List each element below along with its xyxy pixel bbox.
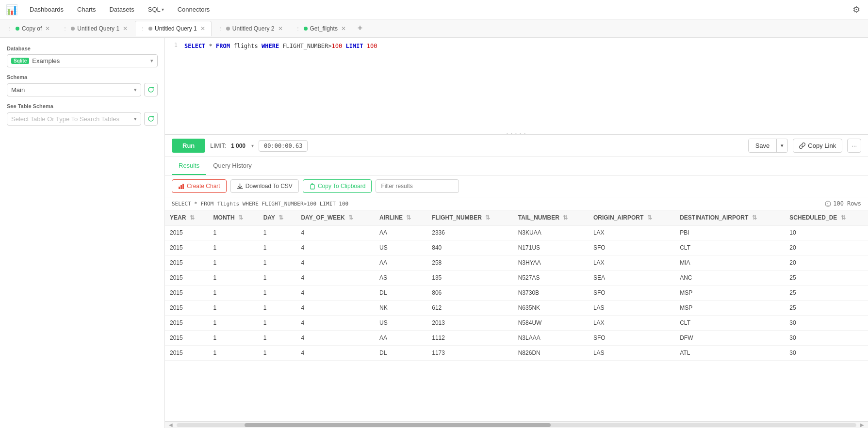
tab-untitled-1b[interactable]: ⋮ Untitled Query 1 ✕ xyxy=(135,21,212,36)
table-cell: 4 xyxy=(296,225,375,240)
col-flight-number[interactable]: FLIGHT_NUMBER ⇅ xyxy=(427,210,513,225)
table-cell: 20 xyxy=(785,240,868,255)
nav-charts[interactable]: Charts xyxy=(71,3,101,16)
tab-close-icon[interactable]: ✕ xyxy=(44,25,51,32)
tab-drag-icon: ⋮ xyxy=(63,26,67,32)
database-caret-icon: ▾ xyxy=(150,58,153,64)
tab-bar: ⋮ Copy of ✕ ⋮ Untitled Query 1 ✕ ⋮ Untit… xyxy=(0,19,868,38)
tab-untitled-2[interactable]: ⋮ Untitled Query 2 ✕ xyxy=(213,21,289,36)
download-csv-button[interactable]: Download To CSV xyxy=(230,179,299,193)
tab-query-history[interactable]: Query History xyxy=(206,157,258,175)
table-cell: 1 xyxy=(209,255,259,270)
filter-results-input[interactable] xyxy=(376,179,459,193)
editor-resize-handle[interactable]: • • • • • xyxy=(165,132,868,134)
line-numbers: 1 xyxy=(165,38,180,52)
col-origin-airport[interactable]: ORIGIN_AIRPORT ⇅ xyxy=(589,210,675,225)
table-refresh-button[interactable] xyxy=(144,112,158,126)
table-cell: N584UW xyxy=(513,316,589,331)
table-cell: 4 xyxy=(296,285,375,301)
editor-toolbar: Run LIMIT: 1 000 ▾ 00:00:00.63 Save ▾ Co… xyxy=(165,135,868,157)
table-schema-row: Select Table Or Type To Search Tables ▾ xyxy=(7,112,158,126)
tab-results[interactable]: Results xyxy=(172,157,206,175)
tab-status-dot xyxy=(148,27,152,31)
create-chart-button[interactable]: Create Chart xyxy=(172,179,227,193)
table-cell: US xyxy=(375,240,427,255)
svg-rect-1 xyxy=(180,185,182,189)
tab-drag-icon: ⋮ xyxy=(295,26,300,32)
scroll-right-arrow[interactable]: ▶ xyxy=(858,422,866,428)
nav-sql-caret: ▾ xyxy=(162,7,164,12)
save-dropdown-button[interactable]: ▾ xyxy=(777,140,787,152)
tab-close-icon[interactable]: ✕ xyxy=(199,25,206,32)
table-cell: 1 xyxy=(259,331,296,346)
col-day-of-week[interactable]: DAY_OF_WEEK ⇅ xyxy=(296,210,375,225)
table-cell: 20 xyxy=(785,255,868,270)
table-cell: 840 xyxy=(427,240,513,255)
limit-value: 1 000 xyxy=(231,143,246,149)
editor-area[interactable]: 1 SELECT * FROM flights WHERE FLIGHT_NUM… xyxy=(165,38,868,135)
col-day[interactable]: DAY ⇅ xyxy=(259,210,296,225)
nav-dashboards[interactable]: Dashboards xyxy=(24,3,69,16)
nav-sql-label: SQL xyxy=(148,6,161,13)
table-cell: 1112 xyxy=(427,331,513,346)
schema-refresh-button[interactable] xyxy=(144,83,158,96)
schema-caret-icon: ▾ xyxy=(134,87,137,93)
table-cell: 10 xyxy=(785,225,868,240)
scroll-left-arrow[interactable]: ◀ xyxy=(167,422,175,428)
table-cell: LAX xyxy=(589,316,675,331)
database-select[interactable]: Sqlite Examples ▾ xyxy=(7,54,158,67)
save-button[interactable]: Save xyxy=(749,139,777,152)
limit-caret-icon[interactable]: ▾ xyxy=(251,143,254,148)
table-cell: 25 xyxy=(785,285,868,301)
table-cell: AA xyxy=(375,255,427,270)
nav-sql[interactable]: SQL ▾ xyxy=(142,3,170,16)
table-cell: 1 xyxy=(209,270,259,285)
table-cell: 2015 xyxy=(165,240,209,255)
app-logo: 📊 xyxy=(6,4,18,16)
sidebar: Database Sqlite Examples ▾ Schema Main ▾… xyxy=(0,38,165,428)
table-cell: 1 xyxy=(259,316,296,331)
col-month[interactable]: MONTH ⇅ xyxy=(209,210,259,225)
results-table-container[interactable]: YEAR ⇅ MONTH ⇅ DAY ⇅ DAY_OF_WEEK ⇅ AIRLI… xyxy=(165,210,868,421)
tab-close-icon[interactable]: ✕ xyxy=(122,25,129,32)
tab-close-icon[interactable]: ✕ xyxy=(277,25,284,32)
table-caret-icon: ▾ xyxy=(134,116,137,122)
schema-select[interactable]: Main ▾ xyxy=(7,83,141,96)
settings-icon[interactable]: ⚙ xyxy=(851,2,862,17)
scroll-thumb[interactable] xyxy=(245,423,550,427)
tab-get-flights[interactable]: ⋮ Get_flights ✕ xyxy=(290,21,352,36)
add-tab-button[interactable]: + xyxy=(353,22,367,35)
tab-close-icon[interactable]: ✕ xyxy=(340,25,347,32)
col-tail-number[interactable]: TAIL_NUMBER ⇅ xyxy=(513,210,589,225)
limit-label: LIMIT: xyxy=(210,143,226,149)
more-options-button[interactable]: ··· xyxy=(847,139,861,153)
table-cell: DL xyxy=(375,285,427,301)
table-cell: 30 xyxy=(785,346,868,361)
table-row: 2015114NK612N635NKLASMSP25 xyxy=(165,301,868,316)
copy-clipboard-button[interactable]: Copy To Clipboard xyxy=(303,179,372,193)
table-cell: 2013 xyxy=(427,316,513,331)
table-cell: NK xyxy=(375,301,427,316)
col-airline[interactable]: AIRLINE ⇅ xyxy=(375,210,427,225)
tab-untitled-1a[interactable]: ⋮ Untitled Query 1 ✕ xyxy=(57,21,134,36)
copy-link-button[interactable]: Copy Link xyxy=(793,139,842,153)
table-cell: 2015 xyxy=(165,225,209,240)
table-cell: PBI xyxy=(675,225,785,240)
run-button[interactable]: Run xyxy=(172,139,205,153)
col-destination-airport[interactable]: DESTINATION_AIRPORT ⇅ xyxy=(675,210,785,225)
table-row: 2015114AA258N3HYAALAXMIA20 xyxy=(165,255,868,270)
scroll-track[interactable] xyxy=(177,423,856,427)
nav-connectors[interactable]: Connectors xyxy=(172,3,215,16)
col-year[interactable]: YEAR ⇅ xyxy=(165,210,209,225)
sql-preview-text: SELECT * FROM flights WHERE FLIGHT_NUMBE… xyxy=(172,201,348,207)
results-tabs: Results Query History xyxy=(165,157,868,175)
editor-code[interactable]: SELECT * FROM flights WHERE FLIGHT_NUMBE… xyxy=(180,38,868,134)
timer-badge: 00:00:00.63 xyxy=(259,140,308,152)
copy-link-label: Copy Link xyxy=(808,142,836,149)
tab-copy-of[interactable]: ⋮ Copy of ✕ xyxy=(2,21,56,36)
horizontal-scrollbar[interactable]: ◀ ▶ xyxy=(165,421,868,428)
table-cell: SFO xyxy=(589,331,675,346)
col-scheduled-de[interactable]: SCHEDULED_DE ⇅ xyxy=(785,210,868,225)
table-schema-select[interactable]: Select Table Or Type To Search Tables ▾ xyxy=(7,112,141,126)
nav-datasets[interactable]: Datasets xyxy=(103,3,140,16)
